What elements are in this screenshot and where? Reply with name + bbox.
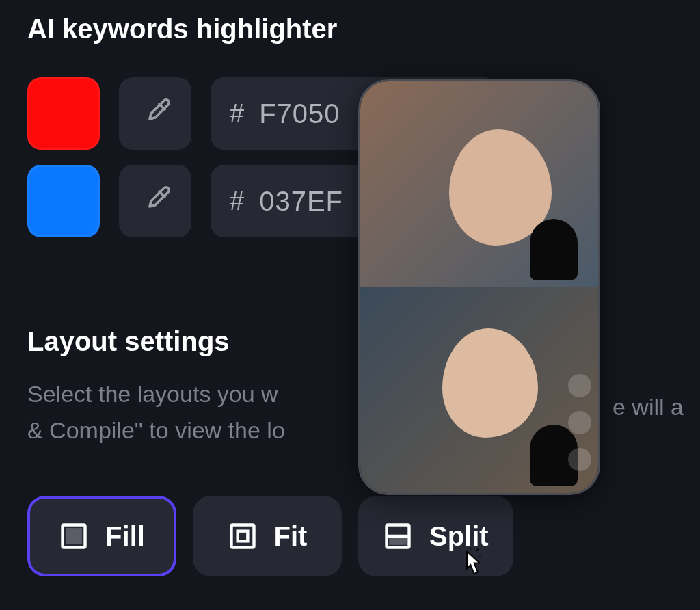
color-swatch-2[interactable] — [27, 165, 100, 237]
hex-value-2: 037EF — [259, 186, 343, 217]
desc-line-1: Select the layouts you w — [27, 381, 278, 407]
fill-icon — [59, 521, 89, 551]
eyedropper-icon — [139, 97, 172, 130]
highlighter-title: AI keywords highlighter — [27, 14, 673, 44]
hex-value-1: F7050 — [259, 98, 340, 129]
layout-button-row: Fill Fit Split — [27, 496, 673, 576]
hex-hash: # — [230, 187, 244, 216]
video-preview-phone — [358, 79, 600, 495]
layout-fill-label: Fill — [105, 521, 145, 552]
preview-top-speaker — [360, 81, 598, 287]
split-icon — [383, 521, 413, 551]
eyedropper-icon — [139, 185, 172, 217]
svg-rect-6 — [389, 538, 407, 545]
heart-icon — [568, 374, 591, 397]
svg-rect-1 — [66, 528, 82, 544]
microphone-icon — [530, 219, 578, 280]
layout-fill-button[interactable]: Fill — [27, 496, 176, 576]
layout-split-label: Split — [429, 521, 489, 552]
desc-fragment-right: e will a — [612, 394, 684, 421]
share-icon — [568, 448, 591, 471]
color-swatch-1[interactable] — [27, 77, 100, 150]
svg-rect-3 — [237, 531, 247, 542]
layout-split-button[interactable]: Split — [358, 496, 513, 576]
layout-fit-button[interactable]: Fit — [193, 496, 342, 576]
hex-hash: # — [230, 99, 244, 129]
eyedropper-button-2[interactable] — [119, 165, 191, 237]
preview-bottom-speaker — [360, 287, 598, 493]
comment-icon — [568, 411, 591, 434]
layout-fit-label: Fit — [274, 521, 308, 552]
fit-icon — [228, 521, 258, 551]
eyedropper-button-1[interactable] — [119, 77, 191, 150]
svg-rect-2 — [231, 525, 254, 548]
desc-line-2: & Compile" to view the lo — [27, 417, 285, 443]
